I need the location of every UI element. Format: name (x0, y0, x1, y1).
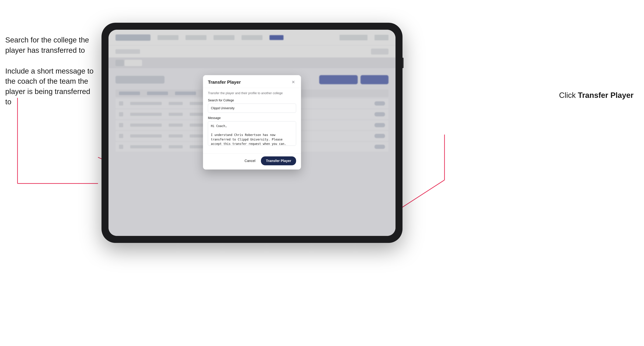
cancel-button[interactable]: Cancel (242, 157, 258, 165)
tablet-shell: Transfer Player ✕ Transfer the player an… (102, 23, 402, 243)
modal-title: Transfer Player (208, 79, 241, 85)
modal-subtitle: Transfer the player and their profile to… (208, 91, 296, 95)
annotation-text-1: Search for the college the player has tr… (5, 35, 96, 56)
message-label: Message (208, 116, 296, 120)
modal-overlay: Transfer Player ✕ Transfer the player an… (108, 30, 396, 236)
tablet-screen: Transfer Player ✕ Transfer the player an… (108, 30, 396, 236)
annotation-left: Search for the college the player has tr… (5, 35, 96, 118)
annotation-bold: Transfer Player (578, 91, 634, 99)
annotation-right: Click Transfer Player (559, 91, 634, 100)
modal-header: Transfer Player ✕ (203, 75, 301, 88)
message-group: Message Hi Coach, I understand Chris Rob… (208, 116, 296, 147)
search-college-input[interactable] (208, 104, 296, 113)
annotation-prefix: Click (559, 91, 578, 99)
message-textarea[interactable]: Hi Coach, I understand Chris Robertson h… (208, 121, 296, 146)
transfer-player-dialog: Transfer Player ✕ Transfer the player an… (203, 75, 301, 170)
annotation-text-2: Include a short message to the coach of … (5, 66, 96, 107)
modal-footer: Cancel Transfer Player (203, 154, 301, 170)
transfer-player-button[interactable]: Transfer Player (261, 156, 296, 165)
search-college-group: Search for College (208, 99, 296, 113)
search-college-label: Search for College (208, 99, 296, 102)
tablet-side-button (402, 58, 404, 68)
modal-body: Transfer the player and their profile to… (203, 88, 301, 154)
modal-close-button[interactable]: ✕ (290, 79, 296, 85)
